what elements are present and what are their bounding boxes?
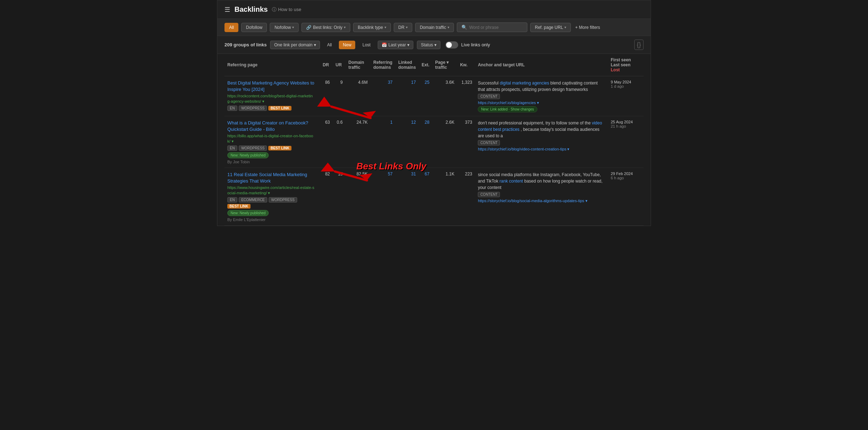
- anchor-text-1: Successful digital marketing agencies bl…: [478, 80, 605, 93]
- col-dates: First seenLast seenLost: [608, 54, 644, 76]
- target-url-1[interactable]: https://storychief.io/blog/agencies ▾: [478, 101, 539, 105]
- page-wrapper: ☰ Backlinks ⓘ How to use All Dofollow No…: [217, 0, 651, 226]
- last-seen-2: 21 h ago: [611, 124, 641, 128]
- ext-2: 28: [419, 116, 432, 168]
- link-added-1: New: Link added · Show changes: [478, 106, 537, 112]
- sub-new-button[interactable]: New: [339, 41, 355, 49]
- tag-ecommerce-3: ECOMMERCE: [239, 197, 267, 203]
- ref-page-cell-3: 11 Real Estate Social Media Marketing St…: [224, 168, 320, 225]
- one-link-per-domain-button[interactable]: One link per domain ▾: [270, 41, 320, 49]
- tag-en-1: EN: [227, 106, 237, 111]
- nofollow-caret-icon: ▾: [292, 25, 294, 29]
- content-tag-1: CONTENT: [478, 94, 500, 99]
- dt-2: 24.7K: [346, 116, 371, 168]
- json-icon[interactable]: {}: [634, 40, 644, 50]
- table-container: Best Links Only Referring page DR UR Dom…: [217, 54, 651, 226]
- content-tag-3: CONTENT: [478, 192, 500, 197]
- dates-1: 9 May 2024 1 d ago: [608, 76, 644, 116]
- filter-best-links-button[interactable]: 🔗 Best links: Only ▾: [301, 23, 350, 32]
- domain-traffic-caret-icon: ▾: [448, 25, 449, 29]
- anchor-highlight-3[interactable]: rank content: [500, 179, 523, 184]
- dt-3: 82.5K: [346, 168, 371, 225]
- new-badge-3: New: Newly published: [227, 210, 269, 216]
- tags-row-3: EN ECOMMERCE WORDPRESS BEST LINK: [227, 197, 317, 209]
- col-ur: UR: [333, 54, 346, 76]
- tag-wordpress-2: WORDPRESS: [239, 145, 267, 151]
- ur-2: 0.6: [333, 116, 346, 168]
- target-url-3[interactable]: https://storychief.io/blog/social-media-…: [478, 199, 587, 203]
- header: ☰ Backlinks ⓘ How to use: [217, 0, 651, 19]
- hamburger-icon[interactable]: ☰: [224, 6, 230, 14]
- ref-url-3[interactable]: https://www.housingwire.com/articles/rea…: [227, 185, 317, 195]
- col-dr: DR: [320, 54, 333, 76]
- how-to-use-link[interactable]: ⓘ How to use: [272, 6, 301, 13]
- anchor-3: since social media platforms like Instag…: [475, 168, 608, 225]
- dr-2: 63: [320, 116, 333, 168]
- filter-backlink-type-button[interactable]: Backlink type ▾: [353, 23, 391, 32]
- ref-title-2[interactable]: What is a Digital Creator on Facebook? Q…: [227, 120, 308, 132]
- ld-1: 17: [396, 76, 419, 116]
- dt-1: 4.6M: [346, 76, 371, 116]
- col-referring-page: Referring page: [224, 54, 320, 76]
- ld-2: 12: [396, 116, 419, 168]
- dates-2: 25 Aug 2024 21 h ago: [608, 116, 644, 168]
- dates-3: 29 Feb 2024 6 h ago: [608, 168, 644, 225]
- one-link-caret-icon: ▾: [314, 42, 316, 47]
- calendar-icon: 📅: [382, 42, 387, 47]
- kw-2: 373: [457, 116, 475, 168]
- ext-3: 67: [419, 168, 432, 225]
- col-domain-traffic[interactable]: Domaintraffic: [346, 54, 371, 76]
- search-icon: 🔍: [461, 25, 467, 30]
- col-referring-domains: Referringdomains: [371, 54, 396, 76]
- last-year-button[interactable]: 📅 Last year ▾: [378, 41, 413, 49]
- filter-dofollow-button[interactable]: Dofollow: [241, 23, 267, 32]
- anchor-2: don't need professional equipment, try t…: [475, 116, 608, 168]
- filter-nofollow-button[interactable]: Nofollow ▾: [270, 23, 299, 32]
- col-anchor: Anchor and target URL: [475, 54, 608, 76]
- tag-en-3: EN: [227, 197, 237, 203]
- tags-row-1: EN WORDPRESS BEST LINK: [227, 106, 317, 111]
- ref-url-2[interactable]: https://billo.app/what-is-digital-creato…: [227, 133, 317, 144]
- target-url-2[interactable]: https://storychief.io/blog/video-content…: [478, 147, 569, 151]
- table-row: Best Digital Marketing Agency Websites t…: [224, 76, 644, 116]
- filter-ref-page-url-button[interactable]: Ref. page URL ▾: [530, 23, 571, 32]
- filter-domain-traffic-button[interactable]: Domain traffic ▾: [415, 23, 454, 32]
- sub-lost-button[interactable]: Lost: [359, 41, 374, 49]
- sub-all-button[interactable]: All: [324, 41, 335, 49]
- anchor-1: Successful digital marketing agencies bl…: [475, 76, 608, 116]
- last-year-caret-icon: ▾: [407, 42, 409, 47]
- filter-all-button[interactable]: All: [224, 23, 238, 32]
- col-page-traffic[interactable]: Page ▾traffic: [432, 54, 457, 76]
- pt-2: 2.6K: [432, 116, 457, 168]
- live-links-label: Live links only: [461, 42, 490, 47]
- author-3: By Emile L'Eplattenier: [227, 217, 317, 222]
- dr-1: 86: [320, 76, 333, 116]
- col-ext: Ext.: [419, 54, 432, 76]
- ref-title-1[interactable]: Best Digital Marketing Agency Websites t…: [227, 80, 314, 92]
- ref-url-1[interactable]: https://rockcontent.com/blog/best-digita…: [227, 93, 317, 104]
- search-input[interactable]: [469, 25, 523, 30]
- tag-best-1: BEST LINK: [268, 106, 291, 111]
- status-caret-icon: ▾: [434, 42, 436, 47]
- rd-1: 37: [371, 76, 396, 116]
- last-seen-3: 6 h ago: [611, 176, 641, 180]
- live-links-toggle[interactable]: [445, 41, 458, 48]
- more-filters-button[interactable]: + More filters: [575, 25, 600, 30]
- author-2: By Joe Tobin: [227, 160, 317, 164]
- ur-1: 9: [333, 76, 346, 116]
- anchor-highlight-2[interactable]: video content best practices: [478, 121, 602, 132]
- page-title: Backlinks: [234, 5, 268, 14]
- search-box[interactable]: 🔍: [457, 22, 527, 32]
- tag-wordpress-3: WORDPRESS: [269, 197, 297, 203]
- col-linked-domains: Linkeddomains: [396, 54, 419, 76]
- anchor-highlight-1[interactable]: digital marketing agencies: [500, 81, 549, 86]
- anchor-text-2: don't need professional equipment, try t…: [478, 120, 605, 139]
- first-seen-1: 9 May 2024: [611, 80, 641, 84]
- filter-dr-button[interactable]: DR ▾: [394, 23, 412, 32]
- live-links-toggle-container: Live links only: [445, 41, 490, 48]
- ref-title-3[interactable]: 11 Real Estate Social Media Marketing St…: [227, 172, 307, 184]
- anchor-text-3: since social media platforms like Instag…: [478, 172, 605, 191]
- status-button[interactable]: Status ▾: [417, 41, 440, 49]
- sub-bar: 209 groups of links One link per domain …: [217, 36, 651, 54]
- ref-page-cell-2: What is a Digital Creator on Facebook? Q…: [224, 116, 320, 168]
